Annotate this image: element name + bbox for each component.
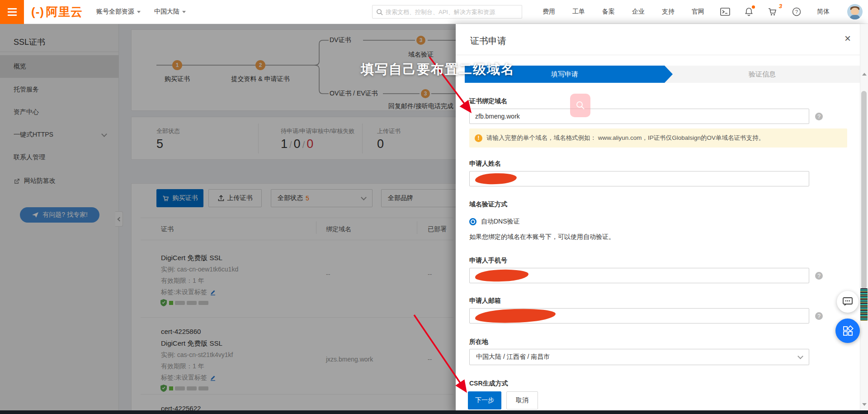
aliyun-logo-text: 阿里云: [46, 4, 83, 20]
domain-warning-banner: ! 请输入完整的单个域名，域名格式例如： www.aliyun.com，IP证书…: [469, 128, 847, 148]
verify-method-label: 域名验证方式: [469, 200, 507, 209]
close-icon[interactable]: ×: [844, 33, 851, 44]
scrollbar-marker-widget: [860, 288, 868, 321]
taskbar-edge: [0, 410, 868, 414]
nav-icp[interactable]: 备案: [594, 8, 623, 16]
search-input[interactable]: [386, 9, 518, 15]
aliyun-ssl-console: (-)阿里云 账号全部资源 中国大陆 费用 工单 备案 企业 支持 官网: [0, 0, 868, 414]
region-dropdown[interactable]: 中国大陆: [154, 8, 186, 16]
domain-input-value: zfb.bmeng.work: [475, 113, 520, 120]
domain-input[interactable]: zfb.bmeng.work: [469, 109, 809, 124]
domain-field-label: 证书绑定域名: [469, 97, 507, 105]
region-field-label: 所在地: [469, 338, 488, 346]
next-step-button[interactable]: 下一步: [468, 391, 501, 409]
auto-dns-radio[interactable]: 自动DNS验证: [469, 218, 520, 226]
email-input[interactable]: [469, 308, 809, 324]
wizard-step-label: 填写申请: [551, 70, 578, 79]
caret-down-icon: [182, 11, 186, 13]
nav-enterprise[interactable]: 企业: [623, 8, 653, 16]
hamburger-menu-icon[interactable]: [0, 0, 24, 24]
feedback-chat-button[interactable]: [837, 291, 859, 313]
cart-badge: 3: [779, 3, 782, 10]
radio-selected-icon: [469, 218, 476, 225]
verify-method-note: 如果您绑定的域名在本账号下，可以使用自动验证。: [469, 233, 615, 241]
email-field-label: 申请人邮箱: [469, 297, 501, 305]
topbar: (-)阿里云 账号全部资源 中国大陆 费用 工单 备案 企业 支持 官网: [0, 0, 868, 24]
scrollbar-up-arrow[interactable]: [862, 73, 867, 76]
warning-text: 请输入完整的单个域名，域名格式例如： www.aliyun.com，IP证书仅G…: [486, 134, 764, 142]
region-select-value: 中国大陆 / 江西省 / 南昌市: [476, 353, 550, 361]
certificate-apply-drawer: 证书申请 × 填写申请 验证信息 证书绑定域名 zfb.bmeng.work ?…: [456, 24, 868, 414]
help-icon[interactable]: ?: [815, 113, 823, 120]
warning-icon: !: [475, 134, 482, 142]
avatar[interactable]: [847, 4, 863, 19]
redaction-scribble: [475, 172, 517, 185]
language-switch[interactable]: 简体: [808, 8, 838, 16]
mini-apps-button[interactable]: [835, 319, 860, 343]
nav-support[interactable]: 支持: [653, 8, 683, 16]
auto-dns-radio-label: 自动DNS验证: [481, 218, 520, 226]
nav-tickets[interactable]: 工单: [564, 8, 594, 16]
region-label: 中国大陆: [154, 8, 179, 16]
notification-dot: [752, 5, 755, 9]
cancel-button[interactable]: 取消: [506, 391, 538, 409]
applicant-name-label: 申请人姓名: [469, 160, 501, 168]
aliyun-logo[interactable]: (-)阿里云: [31, 4, 83, 20]
topbar-links: 费用 工单 备案 企业 支持 官网 3 ? 简体: [534, 7, 838, 16]
scrollbar-down-arrow[interactable]: [862, 403, 867, 406]
next-step-label: 下一步: [475, 396, 494, 404]
aliyun-logo-mark: (-): [31, 5, 44, 19]
redaction-scribble: [475, 308, 556, 324]
phone-input[interactable]: [469, 268, 809, 283]
cancel-label: 取消: [516, 396, 528, 404]
region-select[interactable]: 中国大陆 / 江西省 / 南昌市: [469, 349, 809, 365]
chevron-down-icon: [797, 353, 803, 359]
nav-billing[interactable]: 费用: [534, 8, 564, 16]
account-scope-dropdown[interactable]: 账号全部资源: [96, 8, 141, 16]
avatar-body: [850, 15, 860, 19]
redaction-scribble: [475, 269, 529, 282]
chat-bubble-icon: [842, 297, 853, 307]
wizard-step-verify-info: 验证信息: [665, 66, 860, 83]
wizard-step-fill-application: 填写申请: [465, 66, 665, 83]
notifications-bell-icon[interactable]: [737, 7, 760, 16]
app-grid-icon: [842, 325, 854, 337]
help-icon[interactable]: ?: [815, 312, 823, 320]
csr-method-label: CSR生成方式: [469, 380, 508, 388]
applicant-name-input[interactable]: [469, 171, 809, 186]
global-search[interactable]: [372, 5, 522, 19]
caret-down-icon: [137, 11, 141, 13]
avatar-face: [851, 8, 859, 15]
help-icon[interactable]: ?: [785, 7, 808, 16]
divider: [456, 55, 868, 55]
scrollbar-thumb[interactable]: [861, 91, 867, 289]
cart-icon[interactable]: 3: [760, 7, 785, 16]
search-icon: [376, 9, 383, 15]
svg-text:?: ?: [795, 9, 798, 14]
account-scope-label: 账号全部资源: [96, 8, 134, 16]
phone-field-label: 申请人手机号: [469, 257, 507, 265]
drawer-title: 证书申请: [470, 35, 506, 47]
wizard-step-arrow: [665, 66, 673, 83]
nav-website[interactable]: 官网: [683, 8, 713, 16]
wizard-step-label: 验证信息: [749, 70, 776, 79]
modal-dim-overlay: [0, 24, 456, 414]
help-icon[interactable]: ?: [815, 272, 823, 280]
cloudshell-icon[interactable]: [713, 8, 737, 16]
